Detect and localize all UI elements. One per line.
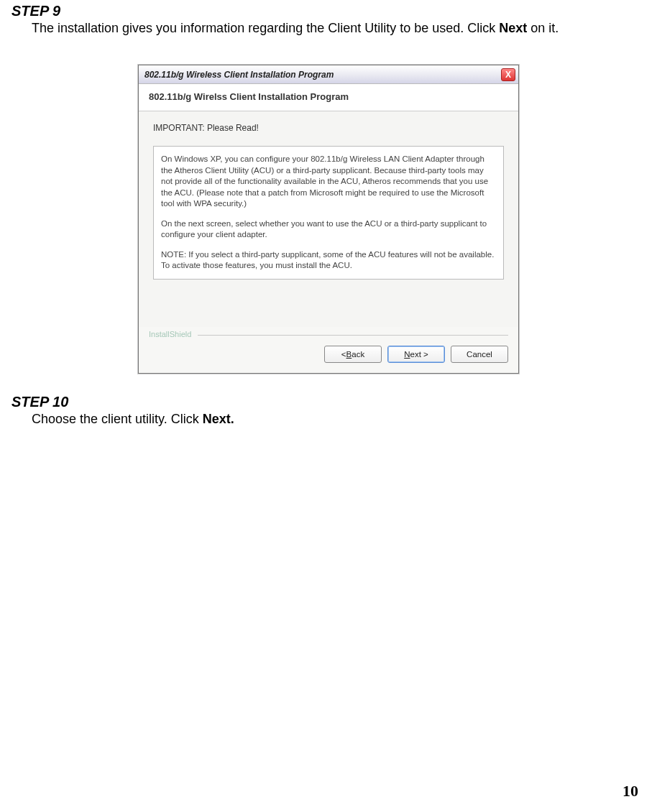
message-box: On Windows XP, you can configure your 80… [153, 146, 504, 280]
window-title: 802.11b/g Wireless Client Installation P… [144, 70, 501, 80]
message-paragraph-2: On the next screen, select whether you w… [161, 218, 496, 241]
cancel-button[interactable]: Cancel [451, 346, 508, 363]
step10-body-bold: Next. [203, 412, 234, 426]
page-number: 10 [622, 782, 638, 801]
step9-body: The installation gives you information r… [32, 21, 645, 36]
back-button-mnemonic: B [346, 350, 352, 359]
message-paragraph-1: On Windows XP, you can configure your 80… [161, 154, 496, 210]
installer-window: 802.11b/g Wireless Client Installation P… [138, 65, 519, 374]
back-button[interactable]: < Back [324, 346, 382, 363]
step10-body-pre: Choose the client utility. Click [32, 412, 203, 426]
next-button-mnemonic: N [404, 350, 410, 359]
important-label: IMPORTANT: Please Read! [153, 123, 504, 133]
step9-heading: STEP 9 [12, 3, 645, 19]
step9-body-bold: Next [499, 21, 527, 35]
installshield-row: InstallShield [139, 327, 518, 338]
step10-heading: STEP 10 [12, 394, 645, 410]
divider-line [198, 335, 508, 336]
cancel-button-label: Cancel [467, 350, 492, 359]
next-button-rest: ext > [410, 350, 428, 359]
close-icon: X [505, 70, 511, 79]
button-row: < Back Next > Cancel [139, 338, 518, 373]
close-button[interactable]: X [501, 68, 515, 81]
window-titlebar: 802.11b/g Wireless Client Installation P… [139, 65, 518, 84]
back-button-prefix: < [341, 350, 346, 359]
installshield-label: InstallShield [149, 330, 191, 338]
step9-body-pre: The installation gives you information r… [32, 21, 499, 35]
next-button[interactable]: Next > [387, 346, 445, 363]
step10-body: Choose the client utility. Click Next. [32, 412, 645, 427]
message-paragraph-3: NOTE: If you select a third-party suppli… [161, 249, 496, 272]
installer-figure: 802.11b/g Wireless Client Installation P… [12, 65, 645, 374]
installer-banner: 802.11b/g Wirelss Client Installation Pr… [139, 84, 518, 111]
step9-body-post: on it. [527, 21, 559, 35]
installer-content: IMPORTANT: Please Read! On Windows XP, y… [139, 111, 518, 327]
back-button-rest: ack [352, 350, 364, 359]
